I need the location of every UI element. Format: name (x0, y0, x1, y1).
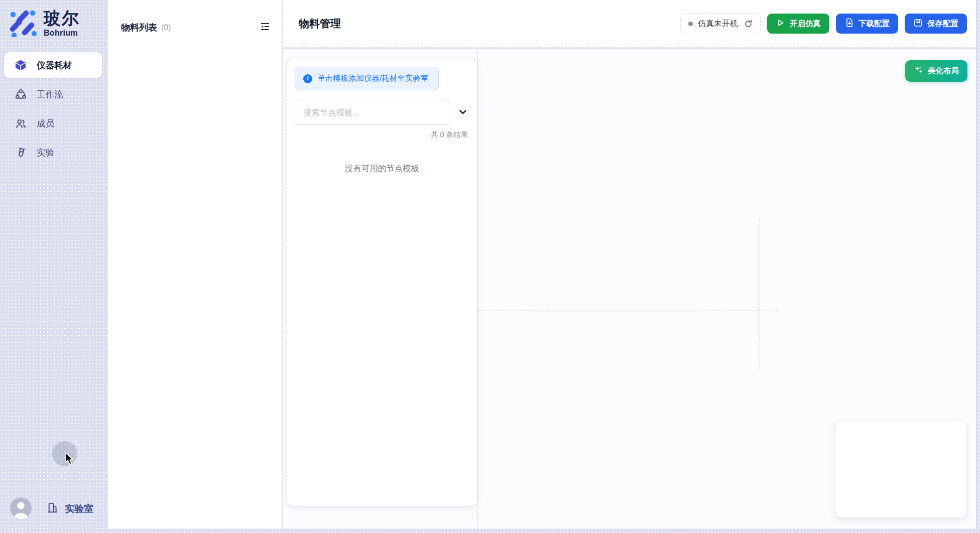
flow-canvas[interactable]: i 单击模板添加仪器/耗材至实验室 共 0 条结果 没有可用的节点模板 (283, 49, 976, 528)
mouse-cursor (64, 452, 74, 469)
user-avatar[interactable] (10, 497, 32, 519)
status-dot-icon (688, 22, 693, 26)
download-config-button[interactable]: 下载配置 (836, 14, 898, 34)
play-icon (776, 18, 785, 30)
sidebar-nav: 仪器耗材 工作流 (4, 52, 102, 166)
cube-icon (14, 59, 27, 72)
experiment-icon (14, 146, 27, 159)
bohrium-logo-icon (9, 9, 37, 39)
sparkles-icon (914, 65, 923, 77)
start-simulation-label: 开启仿真 (790, 19, 821, 29)
file-download-icon (844, 18, 854, 30)
download-config-label: 下载配置 (859, 19, 890, 29)
members-icon (14, 117, 27, 130)
logo-subtitle: Bohrium (44, 29, 80, 38)
simulation-status-text: 仿真未开机 (698, 19, 738, 29)
material-list-header: 物料列表 (0) (108, 0, 282, 34)
sidebar-item-label: 工作流 (37, 88, 63, 100)
search-node-template-input[interactable] (295, 100, 450, 125)
sidebar-item-label: 仪器耗材 (37, 59, 72, 71)
material-list-panel: 物料列表 (0) (108, 0, 282, 528)
page-title: 物料管理 (299, 17, 341, 31)
simulation-status-pill: 仿真未开机 (680, 13, 761, 34)
result-count: 共 0 条结果 (295, 130, 469, 140)
chevron-down-icon (457, 106, 468, 119)
beautify-layout-label: 美化布局 (928, 66, 959, 76)
app-root: 玻尔 Bohrium 仪器耗材 (0, 0, 980, 533)
main-header: 物料管理 仿真未开机 (283, 0, 976, 47)
template-hint-banner: i 单击模板添加仪器/耗材至实验室 (295, 67, 439, 90)
refresh-status-button[interactable] (744, 20, 753, 28)
sidebar-item-instruments[interactable]: 仪器耗材 (4, 52, 102, 78)
workflow-icon (14, 88, 27, 101)
save-icon (913, 18, 923, 30)
sidebar-item-label: 实验 (37, 147, 54, 159)
empty-template-message: 没有可用的节点模板 (295, 163, 469, 174)
save-config-button[interactable]: 保存配置 (905, 14, 967, 34)
menu-fold-icon (260, 21, 271, 34)
canvas-guide-line (477, 49, 478, 528)
logo-title: 玻尔 (44, 9, 80, 28)
header-actions: 仿真未开机 开启仿真 (680, 13, 967, 34)
sidebar-item-label: 成员 (37, 117, 54, 129)
node-template-panel: i 单击模板添加仪器/耗材至实验室 共 0 条结果 没有可用的节点模板 (287, 59, 477, 506)
sidebar: 玻尔 Bohrium 仪器耗材 (0, 0, 108, 533)
collapse-panel-button[interactable] (260, 21, 271, 34)
sidebar-item-experiments[interactable]: 实验 (4, 140, 102, 166)
start-simulation-button[interactable]: 开启仿真 (767, 14, 829, 34)
sidebar-item-workflow[interactable]: 工作流 (4, 81, 102, 107)
save-config-label: 保存配置 (927, 19, 958, 29)
canvas-guide-line (477, 310, 778, 311)
minimap-panel[interactable] (835, 421, 967, 518)
main-area: 物料管理 仿真未开机 (283, 0, 976, 528)
info-icon: i (303, 74, 312, 83)
beautify-layout-button[interactable]: 美化布局 (905, 60, 967, 82)
lab-switcher[interactable]: 实验室 (46, 501, 93, 517)
lab-label: 实验室 (65, 502, 93, 515)
canvas-guide-line (759, 218, 760, 369)
sidebar-item-members[interactable]: 成员 (4, 110, 102, 137)
template-hint-text: 单击模板添加仪器/耗材至实验室 (317, 73, 428, 84)
template-search-row (295, 100, 469, 125)
expand-filter-button[interactable] (456, 105, 469, 120)
material-list-title: 物料列表 (121, 22, 157, 34)
building-icon (46, 501, 59, 517)
logo[interactable]: 玻尔 Bohrium (9, 9, 80, 39)
material-list-count: (0) (161, 23, 171, 32)
